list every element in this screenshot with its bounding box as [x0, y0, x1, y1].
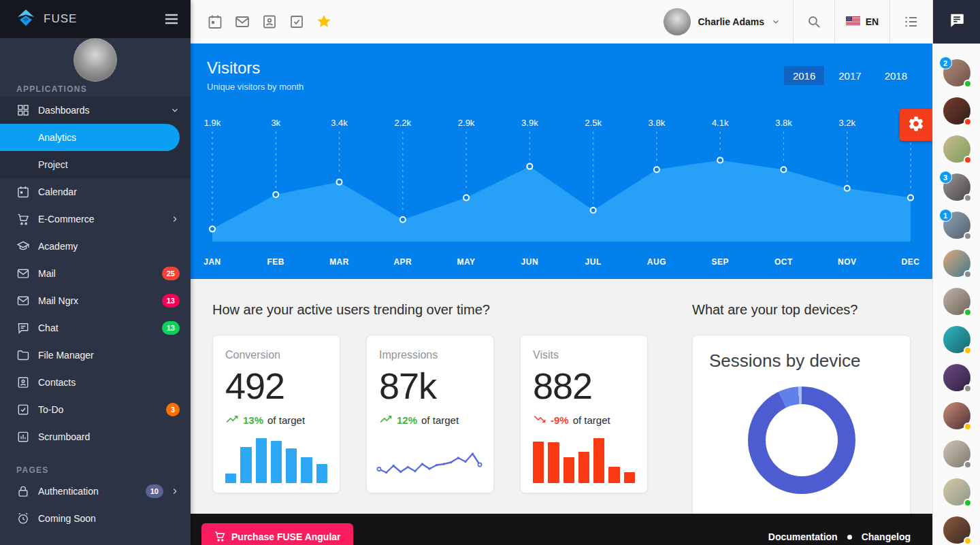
- year-tab-2016[interactable]: 2016: [784, 66, 824, 85]
- year-tab-2017[interactable]: 2017: [830, 66, 870, 85]
- chevron-right-icon: [170, 486, 180, 496]
- svg-text:MAR: MAR: [329, 257, 349, 267]
- conversion-card[interactable]: Conversion 492 13% of target: [212, 335, 340, 493]
- status-dot-online: [964, 499, 972, 507]
- stat-title: Impressions: [379, 349, 481, 361]
- nav-section-pages: PAGES: [0, 463, 191, 478]
- dashboard-icon: [16, 103, 30, 117]
- contact-avatar[interactable]: [943, 402, 970, 429]
- sidebar-item-coming-soon[interactable]: Coming Soon: [0, 505, 191, 532]
- contact-avatar[interactable]: [943, 97, 970, 125]
- bar: [608, 467, 619, 483]
- quick-panel-list-button[interactable]: [890, 0, 932, 43]
- contact-avatar[interactable]: [943, 516, 970, 544]
- bar: [564, 457, 574, 483]
- svg-text:JUN: JUN: [521, 257, 539, 267]
- sidebar-item-contacts[interactable]: Contacts: [0, 369, 191, 396]
- unread-count-badge: 1: [939, 209, 952, 222]
- bar: [316, 464, 327, 483]
- main-column: Charlie Adams EN: [191, 0, 932, 545]
- changelog-link[interactable]: Changelog: [862, 531, 911, 542]
- svg-text:1.9k: 1.9k: [204, 118, 221, 128]
- user-menu[interactable]: Charlie Adams: [651, 0, 793, 43]
- chevron-down-icon: [771, 17, 781, 27]
- chat-badge: 13: [162, 321, 180, 335]
- contact-card-icon: [16, 376, 30, 389]
- conversion-bar-chart: [225, 438, 327, 483]
- year-tab-2018[interactable]: 2018: [876, 66, 916, 85]
- svg-text:JUL: JUL: [585, 257, 602, 267]
- svg-text:3.9k: 3.9k: [521, 118, 538, 128]
- contact-avatar[interactable]: [943, 250, 970, 277]
- sidebar-item-project[interactable]: Project: [0, 151, 191, 178]
- stat-value: 492: [225, 367, 327, 406]
- stat-title: Visits: [533, 349, 635, 361]
- contact-avatar[interactable]: 3: [943, 174, 970, 201]
- menu-toggle-icon[interactable]: [163, 11, 180, 27]
- contact-avatar[interactable]: 2: [943, 59, 970, 86]
- mail-icon: [16, 294, 30, 308]
- search-button[interactable]: [794, 0, 834, 43]
- sidebar-user-avatar[interactable]: [74, 38, 117, 82]
- mail-shortcut-icon[interactable]: [234, 14, 250, 30]
- visits-card[interactable]: Visits 882 -9% of target: [520, 335, 648, 493]
- sidebar-item-ecommerce[interactable]: E-Commerce: [0, 205, 191, 233]
- folder-icon: [16, 348, 30, 362]
- sessions-by-device-card[interactable]: Sessions by device: [692, 335, 911, 532]
- widget-settings-button[interactable]: [900, 109, 932, 141]
- todo-shortcut-icon[interactable]: [289, 14, 305, 30]
- sidebar-item-analytics[interactable]: Analytics: [0, 124, 180, 151]
- stat-value: 882: [533, 367, 635, 406]
- svg-text:DEC: DEC: [902, 257, 920, 267]
- documentation-link[interactable]: Documentation: [768, 531, 838, 542]
- sidebar-item-chat[interactable]: Chat 13: [0, 314, 191, 342]
- star-icon[interactable]: [316, 14, 332, 30]
- sidebar-item-calendar[interactable]: Calendar: [0, 178, 191, 205]
- contact-avatar[interactable]: [943, 288, 970, 315]
- svg-text:FEB: FEB: [267, 257, 285, 267]
- year-tabs: 2016 2017 2018: [779, 66, 916, 85]
- bar: [240, 447, 251, 483]
- status-dot-away: [964, 423, 972, 431]
- lock-icon: [16, 484, 30, 498]
- widgets-section: How are your active users trending over …: [191, 279, 932, 545]
- language-code: EN: [866, 16, 879, 27]
- contact-avatar[interactable]: 1: [943, 212, 970, 239]
- svg-text:AUG: AUG: [647, 257, 666, 267]
- sidebar-item-file-manager[interactable]: File Manager: [0, 342, 191, 369]
- mail-badge: 25: [162, 267, 180, 280]
- language-selector[interactable]: EN: [835, 0, 889, 43]
- status-dot-online: [964, 80, 972, 88]
- graduation-cap-icon: [16, 240, 30, 253]
- bar: [271, 441, 282, 483]
- sidebar-item-authentication[interactable]: Authentication 10: [0, 478, 191, 505]
- sidebar-item-academy[interactable]: Academy: [0, 233, 191, 260]
- chat-contacts-list: 231: [933, 44, 980, 545]
- purchase-button[interactable]: Purchase FUSE Angular: [201, 523, 353, 545]
- contacts-shortcut-icon[interactable]: [261, 14, 278, 30]
- contact-avatar[interactable]: [943, 135, 970, 163]
- contact-avatar[interactable]: [943, 364, 970, 391]
- search-icon: [806, 14, 822, 30]
- contact-avatar[interactable]: [943, 326, 970, 353]
- authentication-badge: 10: [146, 484, 163, 498]
- trend-row: -9% of target: [533, 412, 635, 428]
- app-title: FUSE: [44, 12, 77, 26]
- chat-panel-toggle[interactable]: [933, 0, 980, 44]
- sidebar-item-todo[interactable]: To-Do 3: [0, 396, 191, 423]
- nav-section-applications: APPLICATIONS: [0, 82, 191, 97]
- status-dot-offline: [964, 194, 972, 202]
- bar: [593, 438, 604, 483]
- svg-text:2.9k: 2.9k: [458, 118, 475, 128]
- sidebar-item-mail[interactable]: Mail 25: [0, 260, 191, 287]
- contact-avatar[interactable]: [943, 440, 970, 467]
- top-devices-heading: What are your top devices?: [692, 302, 911, 318]
- impressions-card[interactable]: Impressions 87k 12% of target: [366, 335, 494, 493]
- sidebar-item-scrumboard[interactable]: Scrumboard: [0, 423, 191, 450]
- sidebar-item-mail-ngrx[interactable]: Mail Ngrx 13: [0, 287, 191, 314]
- sidebar-item-dashboards[interactable]: Dashboards: [0, 97, 191, 124]
- trend-row: 12% of target: [379, 412, 481, 428]
- contact-avatar[interactable]: [943, 478, 970, 506]
- calendar-shortcut-icon[interactable]: [207, 14, 223, 30]
- chat-panel: 231: [932, 0, 980, 545]
